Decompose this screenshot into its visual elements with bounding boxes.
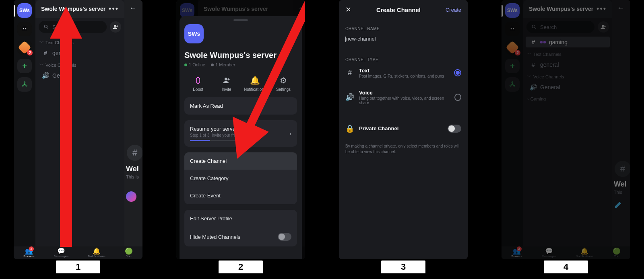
action-notifications[interactable]: 🔔Notifications xyxy=(243,76,267,92)
server-avatar-large: SWs xyxy=(184,24,204,43)
action-boost[interactable]: Boost xyxy=(186,76,210,92)
discover-button[interactable] xyxy=(17,77,32,92)
chevron-down-icon: ﹀ xyxy=(39,62,44,68)
toggle-hide-muted[interactable]: ✕ xyxy=(278,233,291,241)
speaker-icon: 🔊 xyxy=(345,93,354,102)
chevron-down-icon: ﹀ xyxy=(39,39,44,45)
channel-type-label: CHANNEL TYPE xyxy=(345,57,461,62)
mark-as-read[interactable]: Mark As Read xyxy=(184,97,297,115)
nav-badge: 2 xyxy=(29,246,34,251)
bell-icon: 🔔 xyxy=(93,248,101,254)
invite-icon xyxy=(223,76,231,85)
bottom-nav: 👥Servers2 💬Messages 🔔Notifications 🟢You xyxy=(14,246,142,259)
edit-server-profile[interactable]: Edit Server Profile xyxy=(184,210,297,227)
channel-type-text[interactable]: # TextPost images, GIFs, stickers, opini… xyxy=(345,62,461,84)
private-channel-row[interactable]: 🔒 Private Channel xyxy=(345,119,461,139)
svg-rect-0 xyxy=(22,27,27,31)
add-server-button[interactable]: + xyxy=(17,59,32,73)
svg-line-8 xyxy=(47,28,48,29)
step-label-1: 1 xyxy=(56,261,100,273)
server-header[interactable]: Swole Wumpus's server ••• xyxy=(35,0,124,18)
resume-setup[interactable]: Resume your server setup Step 1 of 3: In… xyxy=(184,120,297,147)
svg-point-7 xyxy=(44,25,47,28)
radio-text-selected[interactable] xyxy=(454,69,461,76)
bell-icon: 🔔 xyxy=(250,76,260,85)
hash-icon: # xyxy=(345,69,354,77)
svg-rect-1 xyxy=(23,26,26,27)
nav-messages[interactable]: 💬Messages xyxy=(54,248,68,258)
create-channel-item[interactable]: Create Channel xyxy=(184,152,297,170)
speaker-icon: 🔊 xyxy=(42,72,49,79)
channel-general[interactable]: #general xyxy=(38,47,122,58)
private-switch[interactable] xyxy=(448,125,461,133)
radio-voice[interactable] xyxy=(454,94,461,101)
welcome-sub: This is xyxy=(126,174,139,179)
action-invite[interactable]: Invite xyxy=(215,76,239,92)
messages-icon: 💬 xyxy=(57,248,65,254)
nav-servers[interactable]: 👥Servers2 xyxy=(23,248,35,258)
channel-view-peek: ← # Wel This is xyxy=(124,0,142,246)
hash-icon: # xyxy=(42,49,49,56)
action-settings[interactable]: ⚙Settings xyxy=(271,76,295,92)
chevron-right-icon: › xyxy=(290,131,291,137)
gear-icon: ⚙ xyxy=(280,76,287,85)
create-channel-title: Create Channel xyxy=(376,6,421,13)
avatar-icon: 🟢 xyxy=(125,248,133,254)
category-text-channels[interactable]: ﹀Text Channels xyxy=(35,36,124,47)
svg-point-4 xyxy=(24,82,25,83)
create-button[interactable]: Create xyxy=(446,7,461,13)
lock-icon: 🔒 xyxy=(345,124,354,133)
step-label-4: 4 xyxy=(544,261,588,273)
create-channel-screen: ✕ Create Channel Create CHANNEL NAME new… xyxy=(339,0,468,259)
nav-you[interactable]: 🟢You xyxy=(125,248,133,258)
channel-list: Swole Wumpus's server ••• Search ﹀Text C… xyxy=(35,0,124,246)
boost-icon xyxy=(194,76,202,85)
channel-hash-icon: # xyxy=(127,145,142,161)
channel-general-voice[interactable]: 🔊General xyxy=(38,70,122,81)
add-member-button[interactable] xyxy=(110,21,121,33)
server-avatar-3[interactable]: 2 xyxy=(17,40,32,55)
step-label-2: 2 xyxy=(219,261,263,273)
avatar xyxy=(126,191,136,202)
server-rail: SWs 2 + xyxy=(14,0,35,259)
step-label-3: 3 xyxy=(381,261,425,273)
server-avatar-2[interactable] xyxy=(17,22,32,36)
category-voice-channels[interactable]: ﹀Voice Channels xyxy=(35,59,124,70)
server-title: Swole Wumpus's server xyxy=(184,51,297,60)
welcome-heading: Wel xyxy=(126,165,139,173)
server-badge: 2 xyxy=(27,50,33,55)
channel-name-label: CHANNEL NAME xyxy=(345,27,461,31)
server-name: Swole Wumpus's server xyxy=(41,6,105,12)
svg-rect-2 xyxy=(23,28,24,29)
create-category-item[interactable]: Create Category xyxy=(184,170,297,187)
svg-rect-3 xyxy=(25,28,26,29)
server-actions-sheet: SWs Swole Wumpus's server 1 Online 1 Mem… xyxy=(180,16,302,259)
setup-progress xyxy=(190,140,251,141)
create-event-item[interactable]: Create Event xyxy=(184,187,297,204)
hide-muted-channels[interactable]: Hide Muted Channels✕ xyxy=(184,227,297,246)
svg-point-11 xyxy=(225,78,227,80)
svg-point-9 xyxy=(114,25,116,27)
dim-overlay xyxy=(502,0,630,259)
nav-notifications[interactable]: 🔔Notifications xyxy=(88,248,105,258)
sheet-handle[interactable] xyxy=(233,19,248,21)
private-help-text: By making a channel private, only select… xyxy=(345,144,461,155)
server-avatar-selected[interactable]: SWs xyxy=(17,3,32,18)
more-icon[interactable]: ••• xyxy=(109,5,119,13)
search-input[interactable]: Search xyxy=(39,21,107,33)
back-icon[interactable]: ← xyxy=(129,4,136,12)
server-stats: 1 Online 1 Member xyxy=(184,62,297,67)
channel-name-input[interactable]: new-channel xyxy=(345,31,461,47)
channel-type-voice[interactable]: 🔊 VoiceHang out together with voice, vid… xyxy=(345,84,461,111)
close-icon[interactable]: ✕ xyxy=(345,5,351,14)
search-icon xyxy=(43,24,49,30)
